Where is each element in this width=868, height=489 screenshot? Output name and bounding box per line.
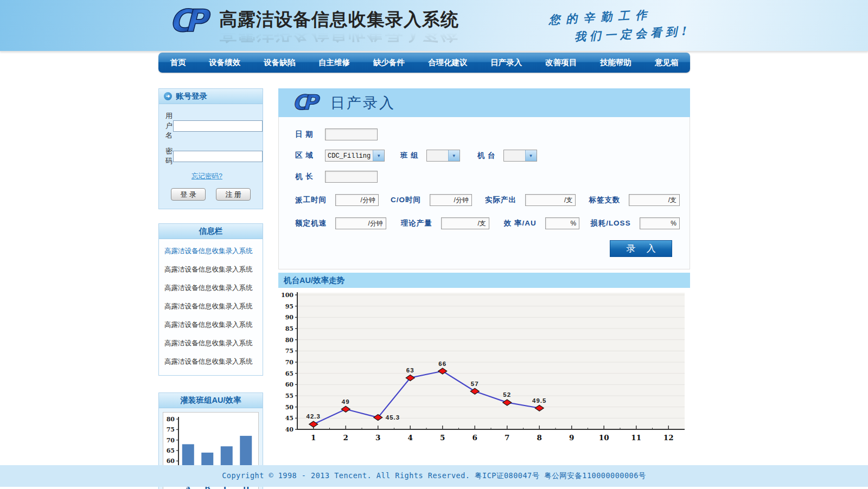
svg-text:6: 6 bbox=[473, 433, 477, 442]
header-slogan: 您的辛勤工作 我们一定会看到! bbox=[548, 5, 690, 46]
nav-item-rationalization-suggestion[interactable]: 合理化建议 bbox=[425, 57, 471, 68]
chief-label: 机 长 bbox=[295, 172, 325, 182]
area-select[interactable]: CDC_Filling ▼ bbox=[325, 150, 385, 162]
svg-text:70: 70 bbox=[285, 359, 294, 366]
nav-item-daily-production-entry[interactable]: 日产录入 bbox=[487, 57, 525, 68]
svg-text:80: 80 bbox=[167, 416, 175, 423]
svg-text:85: 85 bbox=[285, 325, 293, 332]
svg-text:60: 60 bbox=[167, 458, 175, 465]
info-item-link[interactable]: 高露洁设备信息收集录入系统 bbox=[159, 316, 263, 334]
register-button[interactable]: 注 册 bbox=[216, 188, 251, 201]
info-item-link[interactable]: 高露洁设备信息收集录入系统 bbox=[159, 260, 263, 279]
svg-text:75: 75 bbox=[285, 348, 293, 355]
svg-text:49.5: 49.5 bbox=[532, 397, 546, 404]
team-label: 班 组 bbox=[400, 151, 419, 160]
forgot-password-link[interactable]: 忘记密码? bbox=[192, 172, 256, 181]
nav-item-home[interactable]: 首页 bbox=[167, 57, 189, 68]
label-count-label: 标签支数 bbox=[589, 195, 620, 205]
svg-text:5: 5 bbox=[440, 433, 445, 442]
loss-input[interactable]: % bbox=[640, 217, 680, 229]
info-item-link[interactable]: 高露洁设备信息收集录入系统 bbox=[159, 279, 263, 297]
svg-text:12: 12 bbox=[663, 433, 674, 442]
nav-item-skill-help[interactable]: 技能帮助 bbox=[597, 57, 635, 68]
svg-text:65: 65 bbox=[167, 447, 175, 454]
info-item-link[interactable]: 高露洁设备信息收集录入系统 bbox=[159, 297, 263, 316]
nav-item-equipment-performance[interactable]: 设备绩效 bbox=[206, 57, 244, 68]
svg-text:45: 45 bbox=[285, 415, 293, 422]
svg-text:7: 7 bbox=[505, 433, 509, 442]
efficiency-unit: % bbox=[570, 220, 576, 227]
svg-text:49: 49 bbox=[342, 398, 350, 405]
nav-item-improvement-project[interactable]: 改善项目 bbox=[542, 57, 580, 68]
colgate-cp-logo-icon bbox=[169, 4, 212, 39]
svg-text:55: 55 bbox=[285, 393, 293, 400]
dropdown-arrow-icon[interactable]: ▼ bbox=[373, 150, 384, 161]
info-item-link[interactable]: 高露洁设备信息收集录入系统 bbox=[159, 242, 263, 260]
svg-text:1: 1 bbox=[311, 433, 316, 442]
theory-output-label: 理论产量 bbox=[401, 218, 432, 228]
actual-output-input[interactable]: /支 bbox=[525, 194, 576, 206]
main-titlebar: 日产录入 bbox=[278, 88, 690, 117]
dropdown-arrow-icon[interactable]: ▼ bbox=[525, 150, 537, 161]
team-au-panel-title: 灌装班组AU/效率 bbox=[159, 393, 263, 408]
colgate-cp-logo-icon bbox=[292, 92, 321, 114]
loss-label: 损耗/LOSS bbox=[590, 218, 631, 228]
label-count-unit: /支 bbox=[668, 196, 676, 205]
nav-item-missing-parts[interactable]: 缺少备件 bbox=[370, 57, 408, 68]
label-count-input[interactable]: /支 bbox=[629, 194, 680, 206]
dispatch-time-input[interactable]: /分钟 bbox=[335, 194, 379, 206]
password-input[interactable] bbox=[173, 151, 263, 162]
svg-text:40: 40 bbox=[285, 426, 294, 433]
svg-text:3: 3 bbox=[375, 433, 380, 442]
theory-output-input[interactable]: /支 bbox=[441, 217, 489, 229]
svg-text:52: 52 bbox=[503, 391, 511, 398]
nav-item-equipment-defect[interactable]: 设备缺陷 bbox=[260, 57, 298, 68]
copyright-text: Copyright © 1998 - 2013 Tencent. All Rig… bbox=[222, 471, 646, 481]
nav-item-suggestion-box[interactable]: 意见箱 bbox=[652, 57, 682, 68]
dropdown-arrow-icon[interactable]: ▼ bbox=[448, 150, 459, 161]
svg-text:2: 2 bbox=[343, 433, 348, 442]
rated-speed-unit: /分钟 bbox=[368, 219, 382, 228]
date-label: 日 期 bbox=[295, 130, 325, 139]
svg-text:70: 70 bbox=[167, 437, 175, 444]
efficiency-input[interactable]: % bbox=[545, 217, 579, 229]
svg-text:11: 11 bbox=[631, 433, 641, 442]
machine-select-value bbox=[504, 150, 508, 161]
submit-entry-button[interactable]: 录 入 bbox=[610, 240, 672, 257]
slogan-line-2: 我们一定会看到! bbox=[574, 23, 690, 44]
info-item-link[interactable]: 高露洁设备信息收集录入系统 bbox=[159, 352, 263, 371]
dispatch-time-unit: /分钟 bbox=[361, 196, 375, 205]
info-panel: 信息栏 高露洁设备信息收集录入系统 高露洁设备信息收集录入系统 高露洁设备信息收… bbox=[158, 223, 263, 376]
trend-section-title: 机台AU/效率走势 bbox=[278, 273, 690, 288]
nav-item-self-maintenance[interactable]: 自主维修 bbox=[315, 57, 353, 68]
date-input[interactable] bbox=[325, 128, 378, 140]
login-button[interactable]: 登 录 bbox=[171, 188, 206, 201]
svg-text:90: 90 bbox=[285, 314, 294, 321]
svg-text:42.3: 42.3 bbox=[307, 413, 321, 420]
machine-select[interactable]: ▼ bbox=[503, 150, 537, 162]
chief-input[interactable] bbox=[325, 171, 378, 183]
co-time-input[interactable]: /分钟 bbox=[430, 194, 472, 206]
rated-speed-input[interactable]: /分钟 bbox=[335, 217, 386, 229]
sidebar: ➜ 账号登录 用户名 密 码 忘记密码? 登 录 注 册 bbox=[158, 88, 263, 489]
machine-au-line-chart: 4045505560657075808590951001234567891011… bbox=[278, 288, 690, 446]
svg-text:95: 95 bbox=[285, 303, 293, 310]
svg-text:10: 10 bbox=[599, 433, 609, 442]
area-label: 区 域 bbox=[295, 151, 325, 160]
efficiency-label: 效 率/AU bbox=[504, 218, 537, 228]
username-input[interactable] bbox=[173, 120, 263, 132]
team-select-value bbox=[427, 150, 431, 161]
brand: 高露洁设备信息收集录入系统 高露洁设备信息收集录入系统 bbox=[169, 4, 459, 43]
login-panel: ➜ 账号登录 用户名 密 码 忘记密码? 登 录 注 册 bbox=[158, 88, 263, 209]
main-nav: 首页 设备绩效 设备缺陷 自主维修 缺少备件 合理化建议 日产录入 改善项目 技… bbox=[158, 53, 690, 73]
svg-text:60: 60 bbox=[285, 381, 294, 388]
team-select[interactable]: ▼ bbox=[426, 150, 460, 162]
svg-text:65: 65 bbox=[285, 370, 293, 377]
info-item-link[interactable]: 高露洁设备信息收集录入系统 bbox=[159, 334, 263, 352]
co-time-label: C/O时间 bbox=[391, 195, 421, 205]
page-title: 日产录入 bbox=[330, 93, 395, 113]
svg-text:75: 75 bbox=[167, 426, 175, 433]
actual-output-label: 实际产出 bbox=[485, 195, 516, 205]
password-label: 密 码 bbox=[165, 146, 173, 166]
svg-text:100: 100 bbox=[281, 292, 293, 299]
